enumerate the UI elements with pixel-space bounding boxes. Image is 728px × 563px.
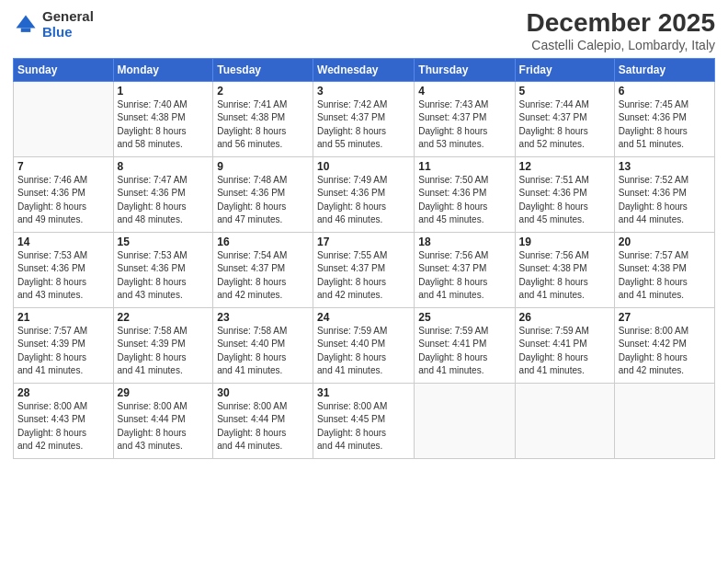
calendar-cell: 16Sunrise: 7:54 AM Sunset: 4:37 PM Dayli… [213, 232, 313, 307]
calendar-cell: 27Sunrise: 8:00 AM Sunset: 4:42 PM Dayli… [614, 307, 714, 383]
logo-general-text: General [42, 9, 94, 25]
calendar-cell: 24Sunrise: 7:59 AM Sunset: 4:40 PM Dayli… [313, 307, 415, 383]
day-info: Sunrise: 7:45 AM Sunset: 4:36 PM Dayligh… [619, 98, 711, 152]
calendar-cell: 28Sunrise: 8:00 AM Sunset: 4:43 PM Dayli… [14, 383, 114, 458]
calendar-header-saturday: Saturday [614, 58, 714, 81]
day-number: 5 [519, 85, 610, 98]
logo-blue-text: Blue [42, 25, 94, 40]
day-info: Sunrise: 7:40 AM Sunset: 4:38 PM Dayligh… [118, 98, 210, 152]
calendar-cell: 31Sunrise: 8:00 AM Sunset: 4:45 PM Dayli… [313, 383, 415, 458]
day-number: 4 [418, 85, 510, 98]
day-info: Sunrise: 7:59 AM Sunset: 4:41 PM Dayligh… [418, 325, 510, 378]
day-info: Sunrise: 8:00 AM Sunset: 4:44 PM Dayligh… [118, 400, 210, 454]
calendar-cell: 22Sunrise: 7:58 AM Sunset: 4:39 PM Dayli… [113, 307, 213, 383]
calendar-cell [515, 383, 614, 458]
page-container: General Blue December 2025 Castelli Cale… [0, 0, 728, 466]
day-info: Sunrise: 7:51 AM Sunset: 4:36 PM Dayligh… [519, 174, 610, 227]
calendar-week-row: 7Sunrise: 7:46 AM Sunset: 4:36 PM Daylig… [14, 156, 715, 232]
logo-text: General Blue [42, 9, 94, 40]
day-number: 6 [619, 85, 711, 98]
calendar-cell: 2Sunrise: 7:41 AM Sunset: 4:38 PM Daylig… [213, 81, 313, 156]
day-info: Sunrise: 7:56 AM Sunset: 4:38 PM Dayligh… [519, 249, 610, 303]
calendar-week-row: 14Sunrise: 7:53 AM Sunset: 4:36 PM Dayli… [14, 232, 715, 307]
day-info: Sunrise: 7:48 AM Sunset: 4:36 PM Dayligh… [217, 174, 309, 227]
day-number: 3 [317, 85, 410, 98]
day-number: 10 [317, 160, 410, 173]
day-number: 8 [118, 160, 210, 173]
calendar-header-friday: Friday [515, 58, 614, 81]
svg-rect-1 [21, 28, 31, 31]
calendar-cell: 29Sunrise: 8:00 AM Sunset: 4:44 PM Dayli… [113, 383, 213, 458]
calendar-cell: 21Sunrise: 7:57 AM Sunset: 4:39 PM Dayli… [14, 307, 114, 383]
day-info: Sunrise: 7:50 AM Sunset: 4:36 PM Dayligh… [418, 174, 510, 227]
calendar-cell [14, 81, 114, 156]
logo: General Blue [13, 9, 94, 40]
calendar-cell [415, 383, 515, 458]
day-number: 21 [17, 311, 109, 324]
day-number: 14 [17, 236, 109, 248]
calendar-cell: 25Sunrise: 7:59 AM Sunset: 4:41 PM Dayli… [415, 307, 515, 383]
day-info: Sunrise: 7:53 AM Sunset: 4:36 PM Dayligh… [17, 249, 109, 303]
day-info: Sunrise: 7:46 AM Sunset: 4:36 PM Dayligh… [17, 174, 109, 227]
calendar-cell: 23Sunrise: 7:58 AM Sunset: 4:40 PM Dayli… [213, 307, 313, 383]
day-number: 31 [317, 386, 410, 399]
day-info: Sunrise: 7:47 AM Sunset: 4:36 PM Dayligh… [118, 174, 210, 227]
calendar-cell: 3Sunrise: 7:42 AM Sunset: 4:37 PM Daylig… [313, 81, 415, 156]
day-info: Sunrise: 7:53 AM Sunset: 4:36 PM Dayligh… [118, 249, 210, 303]
calendar-cell: 15Sunrise: 7:53 AM Sunset: 4:36 PM Dayli… [113, 232, 213, 307]
day-number: 28 [17, 386, 109, 399]
day-number: 9 [217, 160, 309, 173]
calendar-cell: 9Sunrise: 7:48 AM Sunset: 4:36 PM Daylig… [213, 156, 313, 232]
calendar-header-sunday: Sunday [14, 58, 114, 81]
calendar-cell: 20Sunrise: 7:57 AM Sunset: 4:38 PM Dayli… [614, 232, 714, 307]
calendar-week-row: 21Sunrise: 7:57 AM Sunset: 4:39 PM Dayli… [14, 307, 715, 383]
day-info: Sunrise: 7:56 AM Sunset: 4:37 PM Dayligh… [418, 249, 510, 303]
calendar-week-row: 28Sunrise: 8:00 AM Sunset: 4:43 PM Dayli… [14, 383, 715, 458]
day-number: 11 [418, 160, 510, 173]
location-text: Castelli Calepio, Lombardy, Italy [527, 38, 715, 52]
calendar-cell: 7Sunrise: 7:46 AM Sunset: 4:36 PM Daylig… [14, 156, 114, 232]
calendar-cell: 18Sunrise: 7:56 AM Sunset: 4:37 PM Dayli… [415, 232, 515, 307]
day-number: 15 [118, 236, 210, 248]
day-number: 13 [619, 160, 711, 173]
day-info: Sunrise: 7:57 AM Sunset: 4:39 PM Dayligh… [17, 325, 109, 378]
day-number: 16 [217, 236, 309, 248]
day-number: 18 [418, 236, 510, 248]
day-info: Sunrise: 8:00 AM Sunset: 4:43 PM Dayligh… [17, 400, 109, 454]
calendar-cell: 13Sunrise: 7:52 AM Sunset: 4:36 PM Dayli… [614, 156, 714, 232]
day-info: Sunrise: 7:43 AM Sunset: 4:37 PM Dayligh… [418, 98, 510, 152]
day-number: 12 [519, 160, 610, 173]
day-number: 29 [118, 386, 210, 399]
calendar-cell: 17Sunrise: 7:55 AM Sunset: 4:37 PM Dayli… [313, 232, 415, 307]
calendar-header-monday: Monday [113, 58, 213, 81]
calendar-cell: 4Sunrise: 7:43 AM Sunset: 4:37 PM Daylig… [415, 81, 515, 156]
calendar-cell: 5Sunrise: 7:44 AM Sunset: 4:37 PM Daylig… [515, 81, 614, 156]
calendar-cell: 19Sunrise: 7:56 AM Sunset: 4:38 PM Dayli… [515, 232, 614, 307]
day-info: Sunrise: 7:44 AM Sunset: 4:37 PM Dayligh… [519, 98, 610, 152]
day-number: 23 [217, 311, 309, 324]
calendar-cell: 10Sunrise: 7:49 AM Sunset: 4:36 PM Dayli… [313, 156, 415, 232]
day-number: 20 [619, 236, 711, 248]
day-number: 26 [519, 311, 610, 324]
calendar-cell: 30Sunrise: 8:00 AM Sunset: 4:44 PM Dayli… [213, 383, 313, 458]
calendar-cell [614, 383, 714, 458]
page-header: General Blue December 2025 Castelli Cale… [13, 9, 715, 52]
day-info: Sunrise: 7:59 AM Sunset: 4:40 PM Dayligh… [317, 325, 410, 378]
day-number: 17 [317, 236, 410, 248]
day-info: Sunrise: 7:58 AM Sunset: 4:39 PM Dayligh… [118, 325, 210, 378]
calendar-header-thursday: Thursday [415, 58, 515, 81]
day-info: Sunrise: 7:49 AM Sunset: 4:36 PM Dayligh… [317, 174, 410, 227]
calendar-cell: 26Sunrise: 7:59 AM Sunset: 4:41 PM Dayli… [515, 307, 614, 383]
calendar-week-row: 1Sunrise: 7:40 AM Sunset: 4:38 PM Daylig… [14, 81, 715, 156]
month-title: December 2025 [527, 9, 715, 38]
day-number: 19 [519, 236, 610, 248]
day-info: Sunrise: 8:00 AM Sunset: 4:42 PM Dayligh… [619, 325, 711, 378]
calendar-header-wednesday: Wednesday [313, 58, 415, 81]
svg-marker-0 [17, 15, 36, 28]
calendar-cell: 11Sunrise: 7:50 AM Sunset: 4:36 PM Dayli… [415, 156, 515, 232]
day-info: Sunrise: 7:54 AM Sunset: 4:37 PM Dayligh… [217, 249, 309, 303]
day-info: Sunrise: 7:59 AM Sunset: 4:41 PM Dayligh… [519, 325, 610, 378]
day-info: Sunrise: 7:55 AM Sunset: 4:37 PM Dayligh… [317, 249, 410, 303]
calendar-cell: 14Sunrise: 7:53 AM Sunset: 4:36 PM Dayli… [14, 232, 114, 307]
day-number: 7 [17, 160, 109, 173]
